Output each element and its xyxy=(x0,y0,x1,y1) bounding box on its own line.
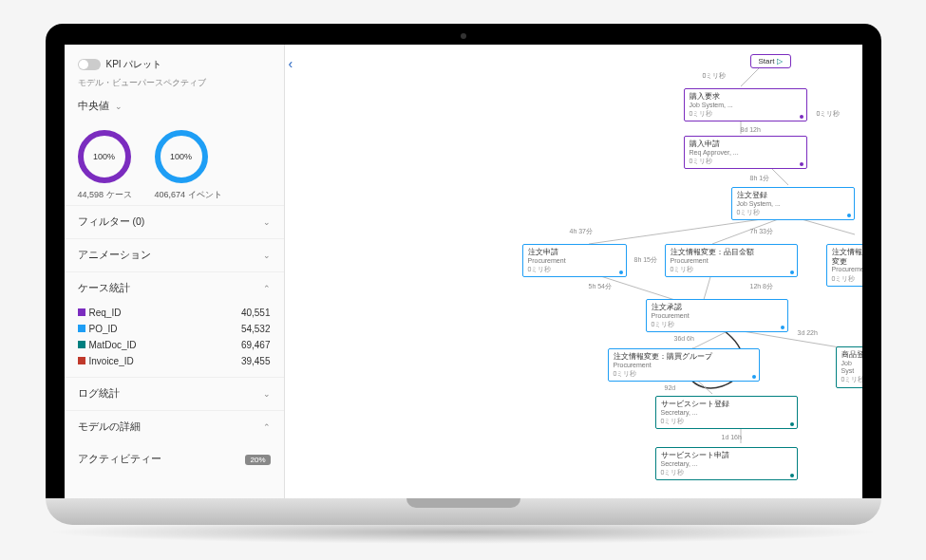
kpi-palette-toggle-row[interactable]: KPI パレット xyxy=(78,58,271,71)
edge-label: 12h 8分 xyxy=(750,282,774,291)
process-node[interactable]: 注文承認Procurement0ミリ秒 xyxy=(646,299,788,332)
toggle-switch[interactable] xyxy=(78,59,101,70)
process-node[interactable]: 購入要求Job System, ...0ミリ秒 xyxy=(684,88,807,121)
case-stats-label: ケース統計 xyxy=(78,282,130,295)
process-node[interactable]: サービスシート申請Secretary, ...0ミリ秒 xyxy=(655,447,798,480)
kpi-rings: 100% 44,598 ケース 100% 406,674 イベント xyxy=(78,130,271,201)
chevron-up-icon: ⌃ xyxy=(263,422,271,432)
node-sub: Job System, ... xyxy=(737,200,849,208)
edge-label: 36d 6h xyxy=(674,335,694,342)
kpi-palette-label: KPI パレット xyxy=(106,58,162,71)
events-circle: 100% xyxy=(155,130,208,183)
animation-accordion[interactable]: アニメーション ⌄ xyxy=(65,238,284,271)
stat-value: 69,467 xyxy=(241,340,271,350)
screen-bezel: KPI パレット モデル・ビューパースペクティブ 中央値 ⌄ 100% 44,5… xyxy=(46,24,881,498)
stat-value: 40,551 xyxy=(241,308,271,318)
node-title: 注文情報変更：品目金額 xyxy=(671,248,792,257)
chevron-down-icon: ⌄ xyxy=(115,102,123,111)
animation-label: アニメーション xyxy=(78,249,151,262)
node-time: 0ミリ秒 xyxy=(737,209,849,216)
cases-label: 44,598 ケース xyxy=(78,189,132,201)
log-stats-accordion[interactable]: ログ統計 ⌄ xyxy=(65,377,284,410)
stat-value: 54,532 xyxy=(241,324,271,334)
node-sub: Procurement xyxy=(528,257,621,265)
chevron-down-icon: ⌄ xyxy=(263,217,271,227)
node-title: 注文申請 xyxy=(528,248,621,257)
filter-label: フィルター (0) xyxy=(78,215,145,229)
node-sub: Procurement xyxy=(614,362,754,369)
model-detail-label: モデルの詳細 xyxy=(78,420,141,434)
node-sub: Req Approver, ... xyxy=(690,149,802,157)
edge-label: 7h 33分 xyxy=(750,227,774,236)
process-canvas[interactable]: ‹ Start ▷ 購入要求 xyxy=(285,45,862,498)
start-label: Start xyxy=(759,57,775,65)
stat-row[interactable]: Invoice_ID39,455 xyxy=(78,353,271,369)
cases-ring[interactable]: 100% 44,598 ケース xyxy=(78,130,132,201)
stat-row[interactable]: PO_ID54,532 xyxy=(78,321,271,337)
node-dot-icon xyxy=(847,214,851,217)
node-title: 購入要求 xyxy=(690,92,802,102)
node-title: 注文情報変更：購買グループ xyxy=(614,352,754,362)
edge-label: 8h 1分 xyxy=(750,174,770,183)
node-time: 0ミリ秒 xyxy=(832,275,862,283)
chevron-down-icon: ⌄ xyxy=(263,251,271,260)
activity-badge: 20% xyxy=(245,455,270,465)
stat-row[interactable]: Req_ID40,551 xyxy=(78,305,271,321)
node-sub: Secretary, ... xyxy=(661,409,792,417)
process-node[interactable]: サービスシート登録Secretary, ...0ミリ秒 xyxy=(655,396,798,429)
case-stats-list: Req_ID40,551 PO_ID54,532 MatDoc_ID69,467… xyxy=(65,305,284,377)
edge-label: 1d 16h xyxy=(722,434,742,440)
node-time: 0ミリ秒 xyxy=(841,376,862,383)
node-time: 0ミリ秒 xyxy=(690,158,802,165)
events-pct: 100% xyxy=(170,152,192,161)
edge-label: 3d 22h xyxy=(798,329,818,336)
model-detail-accordion[interactable]: モデルの詳細 ⌃ xyxy=(65,410,284,443)
cases-pct: 100% xyxy=(93,152,115,161)
cases-circle: 100% xyxy=(78,130,131,183)
process-node[interactable]: 注文情報変更Procurement0ミリ秒 xyxy=(826,244,862,287)
collapse-sidebar-button[interactable]: ‹ xyxy=(289,56,293,71)
start-node[interactable]: Start ▷ xyxy=(750,54,791,68)
case-stats-accordion[interactable]: ケース統計 ⌃ xyxy=(65,271,284,305)
node-title: 購入申請 xyxy=(690,140,802,149)
perspective-label: モデル・ビューパースペクティブ xyxy=(78,77,271,89)
edge-label: 0ミリ秒 xyxy=(703,71,727,81)
process-node[interactable]: 購入申請Req Approver, ...0ミリ秒 xyxy=(684,136,807,169)
stat-label: PO_ID xyxy=(89,324,118,334)
node-sub: Procurement xyxy=(652,312,783,320)
stat-label: Invoice_ID xyxy=(89,356,134,366)
edge-label: 92d xyxy=(665,384,676,391)
node-sub: Secretary, ... xyxy=(661,460,792,468)
process-node[interactable]: 商品登Job Syst0ミリ秒 xyxy=(836,346,862,388)
sidebar: KPI パレット モデル・ビューパースペクティブ 中央値 ⌄ 100% 44,5… xyxy=(65,45,285,498)
node-time: 0ミリ秒 xyxy=(661,469,792,476)
edge-label: 5h 54分 xyxy=(589,282,613,291)
node-time: 0ミリ秒 xyxy=(671,266,792,273)
stat-row[interactable]: MatDoc_ID69,467 xyxy=(78,337,271,353)
swatch-icon xyxy=(78,325,85,332)
filter-accordion[interactable]: フィルター (0) ⌄ xyxy=(65,205,284,238)
play-icon: ▷ xyxy=(777,57,783,65)
node-dot-icon xyxy=(790,422,794,426)
node-title: 注文情報変更 xyxy=(832,248,862,266)
node-time: 0ミリ秒 xyxy=(690,110,802,118)
process-node[interactable]: 注文情報変更：品目金額Procurement0ミリ秒 xyxy=(665,244,798,277)
edge-label: 8h 15分 xyxy=(634,255,658,265)
process-node[interactable]: 注文登録Job System, ...0ミリ秒 xyxy=(731,187,855,220)
camera-dot xyxy=(461,33,466,39)
process-node[interactable]: 注文情報変更：購買グループProcurement0ミリ秒 xyxy=(608,348,760,382)
events-ring[interactable]: 100% 406,674 イベント xyxy=(155,130,222,201)
stat-value: 39,455 xyxy=(241,356,271,366)
swatch-icon xyxy=(78,357,85,364)
process-node[interactable]: 注文申請Procurement0ミリ秒 xyxy=(522,244,627,277)
node-time: 0ミリ秒 xyxy=(652,321,783,328)
log-stats-label: ログ統計 xyxy=(78,387,120,401)
activity-label: アクティビティー xyxy=(78,453,161,466)
median-dropdown[interactable]: 中央値 ⌄ xyxy=(78,99,271,113)
node-dot-icon xyxy=(752,375,756,379)
activity-row[interactable]: アクティビティー 20% xyxy=(65,443,284,476)
edge-label: 4h 37分 xyxy=(570,227,594,236)
app-root: KPI パレット モデル・ビューパースペクティブ 中央値 ⌄ 100% 44,5… xyxy=(65,45,862,498)
swatch-icon xyxy=(78,341,85,348)
node-title: 注文承認 xyxy=(652,303,783,312)
